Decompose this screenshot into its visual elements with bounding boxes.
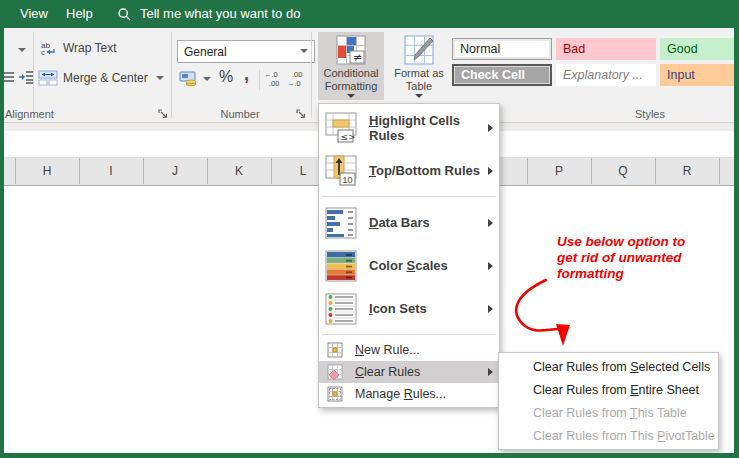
column-header[interactable]: K [207, 158, 272, 184]
menu-item-manage-rules[interactable]: Manage Rules... [319, 383, 499, 405]
alignment-dialog-launcher-icon[interactable] [158, 109, 168, 119]
conditional-formatting-button[interactable]: ≠ Conditional Formatting [318, 32, 384, 100]
tab-help[interactable]: Help [60, 0, 99, 28]
svg-text:.00: .00 [292, 70, 302, 79]
cell-style-normal[interactable]: Normal [452, 38, 552, 60]
column-header[interactable]: H [15, 158, 80, 184]
decrease-decimal-icon[interactable]: .00→.0 [287, 70, 308, 88]
annotation-text: Use below option to get rid of unwanted … [557, 234, 717, 282]
svg-text:≤>: ≤> [341, 131, 356, 141]
wrap-text-icon: abc [40, 40, 58, 56]
percent-style-button[interactable]: % [219, 68, 233, 86]
svg-text:c: c [41, 48, 45, 56]
orientation-dropdown-icon[interactable] [18, 48, 26, 52]
column-header[interactable]: R [655, 158, 720, 184]
menu-item-data-bars[interactable]: Data Bars [319, 201, 499, 244]
menu-item-top-bottom-rules[interactable]: 10 Top/Bottom Rules [319, 149, 499, 192]
conditional-formatting-icon: ≠ [336, 35, 366, 65]
new-rule-icon [327, 342, 343, 358]
submenu-item-clear-entire-sheet[interactable]: Clear Rules from Entire Sheet [499, 378, 718, 401]
merge-center-button[interactable]: Merge & Center [38, 70, 164, 86]
number-dialog-launcher-icon[interactable] [296, 109, 306, 119]
menu-item-new-rule[interactable]: New Rule... [319, 339, 499, 361]
conditional-formatting-menu: ≤> Highlight Cells Rules 10 Top/Bottom R… [318, 103, 500, 408]
menu-separator [322, 196, 496, 197]
increase-indent-icon[interactable] [18, 70, 34, 84]
window-border-left [0, 28, 4, 458]
submenu-item-clear-this-table: Clear Rules from This Table [499, 401, 718, 424]
column-header[interactable]: Q [591, 158, 656, 184]
number-format-combobox[interactable]: General [177, 40, 315, 63]
excel-window: View Help Tell me what you want to do ab… [0, 0, 739, 458]
manage-rules-icon [327, 386, 343, 402]
highlight-cells-rules-icon: ≤> [325, 112, 357, 144]
tab-view[interactable]: View [14, 0, 54, 28]
cell-style-check-cell[interactable]: Check Cell [452, 64, 552, 86]
search-icon [117, 7, 132, 22]
svg-text:≠: ≠ [353, 51, 362, 64]
menu-item-clear-rules[interactable]: Clear Rules [319, 361, 499, 383]
tell-me-search[interactable]: Tell me what you want to do [140, 0, 300, 28]
merge-center-icon [38, 70, 58, 86]
annotation-arrow-icon [508, 276, 580, 356]
submenu-arrow-icon [488, 262, 493, 270]
ribbon-tab-bar: View Help Tell me what you want to do [0, 0, 739, 28]
window-border-right [734, 28, 739, 458]
color-scales-icon [325, 250, 357, 282]
accounting-format-dropdown-icon[interactable] [203, 77, 211, 81]
format-as-table-dropdown-icon [415, 94, 423, 98]
styles-group-label: Styles [500, 108, 739, 120]
comma-style-button[interactable]: , [244, 64, 249, 85]
submenu-arrow-icon [488, 167, 493, 175]
top-bottom-rules-icon: 10 [325, 155, 357, 187]
menu-item-icon-sets[interactable]: Icon Sets [319, 287, 499, 330]
accounting-format-icon[interactable] [179, 70, 199, 87]
window-border-bottom [0, 453, 739, 458]
format-as-table-button[interactable]: Format as Table [388, 32, 450, 100]
increase-decimal-icon[interactable]: ←.0.00 [264, 70, 285, 88]
column-header[interactable]: J [143, 158, 208, 184]
svg-text:.00: .00 [269, 79, 279, 88]
menu-item-highlight-cells-rules[interactable]: ≤> Highlight Cells Rules [319, 106, 499, 149]
submenu-arrow-icon [488, 368, 493, 376]
data-bars-icon [325, 207, 357, 239]
submenu-arrow-icon [488, 219, 493, 227]
number-format-dropdown-icon [300, 49, 308, 53]
cell-style-input[interactable]: Input [660, 64, 739, 86]
menu-item-color-scales[interactable]: Color Scales [319, 244, 499, 287]
svg-text:10: 10 [343, 174, 353, 184]
submenu-item-clear-selected-cells[interactable]: Clear Rules from Selected Cells [499, 355, 718, 378]
clear-rules-submenu: Clear Rules from Selected Cells Clear Ru… [498, 352, 719, 450]
icon-sets-icon [325, 293, 357, 325]
clear-rules-icon [327, 364, 343, 380]
column-header[interactable]: P [527, 158, 592, 184]
cell-style-bad[interactable]: Bad [556, 38, 656, 60]
column-header[interactable]: I [79, 158, 144, 184]
number-group-label: Number [175, 108, 305, 120]
submenu-item-clear-this-pivottable: Clear Rules from This PivotTable [499, 424, 718, 447]
cell-style-good[interactable]: Good [660, 38, 739, 60]
cell-style-explanatory[interactable]: Explanatory ... [556, 64, 656, 86]
menu-separator [322, 334, 496, 335]
submenu-arrow-icon [488, 305, 493, 313]
submenu-arrow-icon [488, 124, 493, 132]
format-as-table-icon [404, 35, 434, 65]
alignment-group-label: Alignment [5, 108, 54, 120]
wrap-text-button[interactable]: abc Wrap Text [40, 40, 117, 56]
conditional-formatting-dropdown-icon [347, 94, 355, 98]
merge-center-dropdown-icon[interactable] [156, 76, 164, 80]
svg-text:←.0: ←.0 [264, 70, 278, 79]
svg-text:→.0: →.0 [287, 79, 301, 88]
